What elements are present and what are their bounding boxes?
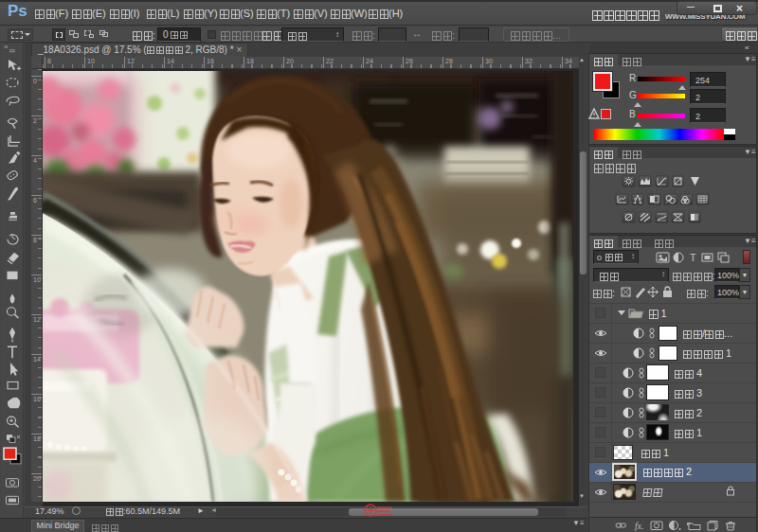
svg-text:fx.: fx.: [635, 521, 644, 531]
svg-text:T: T: [690, 252, 696, 263]
